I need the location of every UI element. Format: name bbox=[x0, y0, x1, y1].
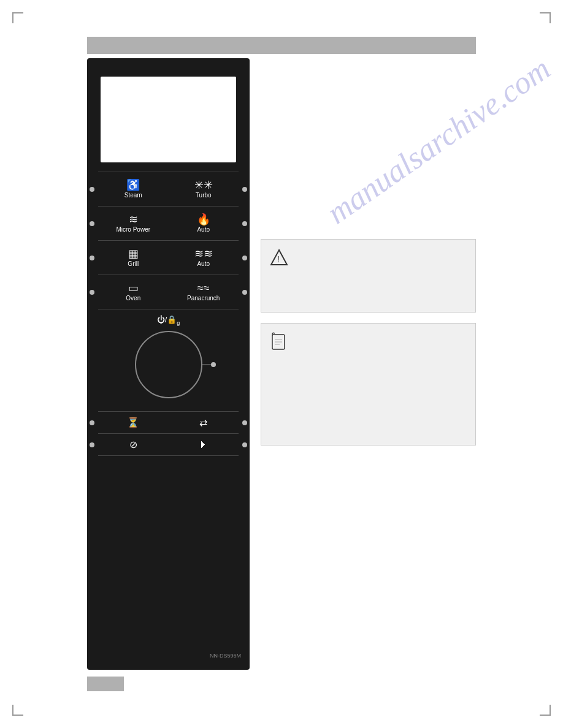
micro-power-icon: ≋ bbox=[129, 214, 138, 225]
button-row-2: ≋ Micro Power 🔥 Auto bbox=[98, 207, 239, 241]
stop-button[interactable]: ⊘ bbox=[109, 439, 158, 450]
steam-button[interactable]: ♿ Steam bbox=[109, 177, 158, 201]
oven-label: Oven bbox=[126, 295, 140, 301]
corner-mark-br bbox=[540, 705, 551, 716]
corner-mark-tl bbox=[12, 12, 23, 23]
steam-label: Steam bbox=[124, 192, 142, 199]
dial-container bbox=[135, 331, 202, 398]
top-bar bbox=[87, 37, 476, 54]
repeat-icon: ⇄ bbox=[199, 417, 207, 428]
timer-button[interactable]: ⏳ bbox=[109, 417, 158, 428]
model-number: NN-DS596M bbox=[210, 653, 241, 659]
grill-button[interactable]: ▦ Grill bbox=[109, 246, 158, 270]
oven-icon: ▭ bbox=[128, 282, 139, 294]
repeat-button[interactable]: ⇄ bbox=[179, 417, 228, 428]
auto-icon-2: ≋≋ bbox=[194, 248, 213, 259]
note-box bbox=[261, 323, 476, 446]
dial-knob[interactable] bbox=[135, 331, 202, 398]
auto-label-1: Auto bbox=[197, 226, 210, 233]
device-panel: ♿ Steam ✳✳ Turbo ≋ Micro Power 🔥 Auto bbox=[87, 58, 250, 670]
button-grid: ♿ Steam ✳✳ Turbo ≋ Micro Power 🔥 Auto bbox=[87, 172, 250, 309]
display-screen bbox=[101, 77, 236, 162]
note-icon bbox=[270, 332, 287, 356]
timer-icon: ⏳ bbox=[127, 417, 139, 428]
auto-button-1[interactable]: 🔥 Auto bbox=[179, 211, 228, 235]
panacrunch-button[interactable]: ≈≈ Panacrunch bbox=[179, 280, 228, 304]
micro-power-label: Micro Power bbox=[116, 226, 150, 233]
start-button[interactable]: ⏵ bbox=[179, 439, 228, 450]
warning-box: ! bbox=[261, 239, 476, 313]
bottom-row-2: ⊘ ⏵ bbox=[98, 434, 239, 456]
auto-icon-1: 🔥 bbox=[197, 214, 210, 225]
auto-label-2: Auto bbox=[197, 260, 210, 267]
bottom-buttons: ⏳ ⇄ ⊘ ⏵ bbox=[87, 411, 250, 456]
turbo-button[interactable]: ✳✳ Turbo bbox=[179, 177, 228, 201]
grill-icon: ▦ bbox=[128, 248, 139, 259]
stop-icon: ⊘ bbox=[129, 439, 137, 450]
panacrunch-label: Panacrunch bbox=[187, 295, 220, 301]
auto-button-2[interactable]: ≋≋ Auto bbox=[179, 246, 228, 270]
turbo-label: Turbo bbox=[196, 192, 212, 199]
power-area: ⏻/🔒g bbox=[87, 314, 250, 326]
button-row-1: ♿ Steam ✳✳ Turbo bbox=[98, 172, 239, 207]
watermark: manualsarchive.com bbox=[320, 50, 557, 231]
corner-mark-tr bbox=[540, 12, 551, 23]
steam-icon: ♿ bbox=[126, 180, 140, 191]
start-icon: ⏵ bbox=[199, 439, 209, 450]
power-label: ⏻/🔒g bbox=[157, 315, 180, 324]
svg-text:!: ! bbox=[277, 254, 280, 264]
panacrunch-icon: ≈≈ bbox=[197, 282, 210, 294]
micro-power-button[interactable]: ≋ Micro Power bbox=[109, 211, 158, 235]
turbo-icon: ✳✳ bbox=[194, 180, 213, 191]
corner-mark-bl bbox=[12, 705, 23, 716]
button-row-4: ▭ Oven ≈≈ Panacrunch bbox=[98, 275, 239, 309]
bottom-bar bbox=[87, 677, 124, 691]
button-row-3: ▦ Grill ≋≋ Auto bbox=[98, 241, 239, 275]
bottom-row-1: ⏳ ⇄ bbox=[98, 411, 239, 434]
warning-icon: ! bbox=[270, 248, 288, 271]
grill-label: Grill bbox=[128, 260, 139, 267]
oven-button[interactable]: ▭ Oven bbox=[109, 280, 158, 304]
